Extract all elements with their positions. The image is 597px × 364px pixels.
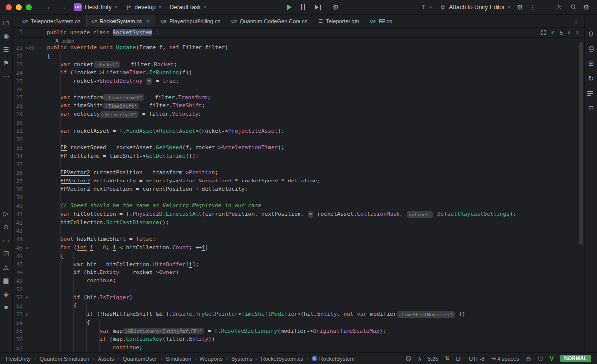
code-text[interactable]: var hit = hitCollection.HitsBuffer[i]; (34, 261, 199, 269)
code-line[interactable]: 32 (13, 135, 584, 144)
editor[interactable]: Julian 21∧↑ public override void Update(… (13, 38, 584, 352)
code-author-annotation[interactable]: Julian (13, 38, 584, 44)
editor-scrollbar[interactable] (579, 40, 584, 350)
profiler-icon[interactable]: ⚙ (331, 3, 341, 11)
line-number[interactable]: 39 (13, 194, 23, 201)
line-number[interactable]: 33 (13, 145, 23, 151)
code-text[interactable]: if (hit.IsTrigger) (34, 294, 133, 302)
tab-FP.cs[interactable]: C#FP.cs (365, 15, 398, 27)
indent-config[interactable]: ⇥ 4 spaces (491, 355, 519, 362)
structure-icon[interactable]: ☰ (2, 46, 10, 54)
run-button[interactable] (287, 4, 292, 10)
line-number[interactable]: 45 (13, 245, 23, 251)
attach-unity-widget[interactable]: Attach to Unity Editor ∨ (436, 2, 515, 12)
line-number[interactable]: 41 (13, 211, 23, 218)
database-icon[interactable] (587, 45, 595, 53)
code-line[interactable]: 48 if (hit.Entity == rocket->Owner) (13, 269, 584, 277)
close-window-button[interactable] (6, 4, 12, 10)
code-text[interactable]: var hitCollection = f.Physics2D.Linecast… (34, 210, 516, 219)
code-line[interactable]: 36 FPVector2 currentPosition = transform… (13, 169, 584, 177)
code-line[interactable]: 47 var hit = hitCollection.HitsBuffer[i]… (13, 261, 584, 269)
code-text[interactable]: FP rocketSpeed = rocketAsset.GetSpeed(f,… (34, 144, 284, 152)
tab-RocketSystem.cs[interactable]: C#RocketSystem.cs× (86, 15, 156, 27)
unity-log-icon[interactable] (587, 90, 595, 97)
code-text[interactable]: continue; (34, 344, 143, 352)
code-text[interactable]: if (map.ContainsKey(filter.Entity)) (34, 335, 215, 344)
code-line[interactable]: 56 if (map.ContainsKey(filter.Entity)) (13, 335, 584, 344)
vim-icon[interactable]: V (550, 355, 554, 362)
vcs-branch-widget[interactable]: develop ∨ (122, 2, 166, 12)
refresh-icon[interactable]: ↻ (587, 75, 595, 83)
back-button[interactable]: ← (43, 3, 56, 11)
file-encoding[interactable]: UTF-8 (469, 356, 484, 362)
line-number[interactable]: 22 (13, 53, 23, 60)
code-line[interactable]: 42 hitCollection.SortCastDistance(); (13, 219, 584, 227)
code-text[interactable]: public override void Update(Frame f, ref… (34, 44, 228, 52)
notifications-icon[interactable] (587, 30, 595, 38)
nuget-icon[interactable]: ⊞ (587, 60, 595, 68)
code-line[interactable]: 34 FP deltaTime = timeShift->GetDeltaTim… (13, 152, 584, 161)
code-line[interactable]: 40 // Speed should be the same as Veloci… (13, 202, 584, 210)
caret-position[interactable]: 5:25 (428, 356, 438, 362)
run-tool-icon[interactable]: ▷ (2, 210, 10, 218)
code-text[interactable]: FPVector2 currentPosition = transform->P… (34, 169, 218, 177)
code-line[interactable]: 54 { (13, 319, 584, 327)
code-text[interactable]: continue; (34, 277, 116, 285)
code-line[interactable]: 29 var velocity:Velocity2D* = filter.Vel… (13, 110, 584, 119)
terminal-icon[interactable]: ▭ (2, 237, 10, 245)
code-line[interactable]: 24 if (!rocket->LifetimeTimer.IsRunning(… (13, 69, 584, 77)
code-text[interactable]: var rocketAsset = f.FindAsset<RocketAsse… (34, 127, 284, 136)
line-number[interactable]: 42 (13, 220, 23, 226)
line-number[interactable]: 31 (13, 128, 23, 134)
line-number[interactable]: 30 (13, 120, 23, 126)
line-number[interactable]: 40 (13, 203, 23, 209)
code-line[interactable]: 45∨ for (int i = 0; i < hitCollection.Co… (13, 244, 584, 252)
breadcrumb-item[interactable]: RocketSystem.cs (261, 356, 303, 362)
fold-icon[interactable]: ∧ (25, 46, 28, 50)
line-number[interactable]: 43 (13, 228, 23, 234)
code-line[interactable]: 46 { (13, 252, 584, 261)
tab-PlayerInputPolling.cs[interactable]: C#PlayerInputPolling.cs (155, 15, 226, 27)
code-text[interactable]: var map:QDictionary<EntityRef,FP>* = f.R… (34, 327, 386, 336)
code-text[interactable]: FP deltaTime = timeShift->GetDeltaTime(f… (34, 152, 199, 161)
line-ending-icon[interactable]: ⇅ (445, 355, 449, 362)
project-widget[interactable]: HU HeistUnity ∨ (70, 2, 122, 13)
line-separator[interactable]: LF (456, 356, 462, 362)
search-icon[interactable] (566, 4, 581, 10)
code-line[interactable]: 38 FPVector2 nextPosition = currentPosit… (13, 185, 584, 194)
line-number[interactable]: 46 (13, 253, 23, 260)
line-number[interactable]: 53 (13, 311, 23, 318)
shield-icon[interactable] (538, 356, 543, 362)
line-number[interactable]: 51 (13, 294, 23, 301)
line-number[interactable]: 24 (13, 70, 23, 76)
scrollbar-thumb[interactable] (579, 42, 583, 245)
code-text[interactable]: if (hit.Entity == rocket->Owner) (34, 269, 179, 277)
breadcrumb-item[interactable]: HeistUnity (6, 356, 31, 362)
lock-icon[interactable] (526, 356, 531, 362)
code-text[interactable]: // Speed should be the same as Velocity.… (34, 202, 261, 210)
ide-settings-icon[interactable]: ⚙ (581, 3, 591, 11)
commit-icon[interactable]: ◉ (2, 32, 10, 40)
code-text[interactable]: { (34, 52, 50, 61)
code-line[interactable]: 49 continue; (13, 277, 584, 285)
breadcrumb-item[interactable]: QuantumUser (123, 356, 157, 362)
project-folder-icon[interactable] (2, 19, 10, 27)
code-line[interactable]: 39 (13, 194, 584, 202)
minimize-window-button[interactable] (16, 4, 22, 10)
line-number[interactable]: 26 (13, 87, 23, 93)
line-number[interactable]: 47 (13, 261, 23, 268)
breadcrumb-item[interactable]: Assets (98, 356, 114, 362)
tab-Teleporter.qtn[interactable]: ☰Teleporter.qtn (313, 15, 365, 27)
stop-button[interactable] (315, 5, 321, 10)
user-icon[interactable] (552, 4, 566, 10)
code-line[interactable]: 41 var hitCollection = f.Physics2D.Linec… (13, 210, 584, 219)
code-line[interactable]: 22 { (13, 52, 584, 61)
code-line[interactable]: 43 (13, 227, 584, 236)
services-icon[interactable]: ▦ (2, 277, 10, 285)
code-text[interactable]: var velocity:Velocity2D* = filter.Veloci… (34, 110, 201, 119)
packages-icon[interactable]: ⊟ (587, 104, 595, 112)
line-number[interactable]: 48 (13, 270, 23, 276)
zoom-window-button[interactable] (26, 4, 32, 10)
code-text[interactable]: if (!rocket->LifetimeTimer.IsRunning(f)) (34, 69, 192, 77)
code-line[interactable]: 44 bool hasHitTimeShift = false; (13, 235, 584, 244)
